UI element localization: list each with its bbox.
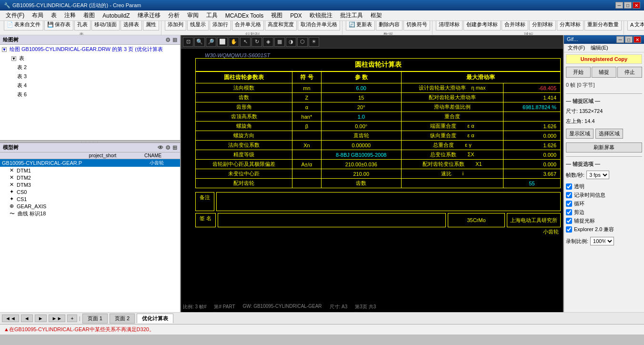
properties-button[interactable]: 属性 bbox=[143, 21, 159, 30]
line-display-button[interactable]: 线显示 bbox=[187, 21, 209, 30]
gif-stop-button[interactable]: 停止 bbox=[617, 67, 642, 78]
drawing-tree-table2[interactable]: 表 2 bbox=[0, 63, 180, 72]
drawing-tree-root[interactable]: ▼ 绘图 GB10095-CYLINDRICAL-GEAR.DRW 的第 3 页… bbox=[0, 45, 180, 54]
gif-capture-button[interactable]: 辅捉 bbox=[592, 67, 616, 78]
menu-pdx[interactable]: PDX bbox=[286, 11, 306, 20]
toggle-symbol-button[interactable]: 切换符号 bbox=[403, 21, 430, 30]
page-last-button[interactable]: ►► bbox=[49, 315, 66, 322]
menu-view[interactable]: 视图 bbox=[267, 10, 286, 20]
transparent-checkbox[interactable] bbox=[566, 183, 572, 190]
perspective-icon[interactable]: ⬡ bbox=[297, 37, 308, 47]
model-tree-item-gear[interactable]: GB10095-CYLINDRICAL-GEAR.P 小齿轮 bbox=[0, 159, 180, 167]
drawing-area[interactable]: ⊡ 🔍 🔎 ⬜ ✋ ↖ ↻ ◈ ▦ ◑ ⬡ ☀ W30-WQMQWU3-S600… bbox=[181, 35, 563, 312]
menu-autobuildz[interactable]: AutobuildZ bbox=[99, 11, 133, 20]
model-tree-dtm2[interactable]: ✕DTM2 bbox=[0, 174, 180, 181]
zoom-out-icon[interactable]: 🔎 bbox=[206, 37, 216, 47]
gif-option-cursor[interactable]: 辅捉光标 bbox=[566, 217, 642, 224]
zoom-fit-icon[interactable]: ⊡ bbox=[183, 37, 193, 47]
loop-checkbox[interactable] bbox=[566, 201, 572, 207]
gif-option-explorer[interactable]: Explorer 2.0 兼容 bbox=[566, 226, 642, 233]
menu-layout[interactable]: 布局 bbox=[28, 10, 47, 20]
page-tab-2[interactable]: 页面 2 bbox=[110, 314, 135, 324]
menu-frame[interactable]: 框架 bbox=[367, 10, 386, 20]
cursor-checkbox[interactable] bbox=[566, 218, 572, 224]
separate-balloon-button[interactable]: 分离球标 bbox=[557, 21, 584, 30]
gif-menu-edit[interactable]: 编辑(E) bbox=[588, 44, 611, 52]
menu-mcadex[interactable]: MCADEx Tools bbox=[221, 11, 267, 20]
select-icon[interactable]: ↖ bbox=[240, 37, 251, 47]
page-prev-button[interactable]: ◄ bbox=[21, 315, 33, 322]
menu-note-tool[interactable]: 批注工具 bbox=[336, 10, 367, 20]
fps-select[interactable]: 3 fps bbox=[586, 171, 609, 179]
height-width-button[interactable]: 高度和宽度 bbox=[265, 21, 297, 30]
page-next-button[interactable]: ► bbox=[35, 315, 47, 322]
menu-review[interactable]: 审阅 bbox=[183, 10, 202, 20]
menu-inherit[interactable]: 继承迁移 bbox=[134, 10, 164, 20]
rotate-icon[interactable]: ↻ bbox=[252, 37, 262, 47]
merge-cells-button[interactable]: 合并单元格 bbox=[232, 21, 264, 30]
trim-checkbox[interactable] bbox=[566, 209, 572, 215]
gif-option-loop[interactable]: 循环 bbox=[566, 200, 642, 207]
drawing-tree-expand-icon[interactable]: ⊞ bbox=[172, 37, 177, 43]
menu-table[interactable]: 表 bbox=[47, 10, 60, 20]
table-from-file-button[interactable]: 📄表来自文件 bbox=[4, 21, 43, 30]
cad-canvas[interactable]: W30-WQMQWU3-S6001ST 圆柱齿轮计算表 圆柱齿轮参数表 符 号 … bbox=[181, 49, 563, 312]
shading-icon[interactable]: ◑ bbox=[286, 37, 296, 47]
tree-expand-table[interactable]: ▼ bbox=[11, 56, 16, 61]
add-column-button[interactable]: 添加列 bbox=[165, 21, 186, 30]
model-tree-dtm3[interactable]: ✕DTM3 bbox=[0, 181, 180, 188]
merge-balloon-button[interactable]: 合并球标 bbox=[502, 21, 528, 30]
drawing-tree-table6[interactable]: 表 6 bbox=[0, 90, 180, 99]
pan-icon[interactable]: ✋ bbox=[229, 37, 239, 47]
gif-maximize-button[interactable]: □ bbox=[625, 36, 633, 43]
menu-file[interactable]: 文件(F) bbox=[2, 10, 28, 20]
page-first-button[interactable]: ◄◄ bbox=[2, 315, 19, 322]
model-tree-cs1[interactable]: ✦CS1 bbox=[0, 195, 180, 203]
drawing-tree-table[interactable]: ▼ 表 bbox=[0, 54, 180, 63]
menu-annotation[interactable]: 注释 bbox=[60, 10, 80, 20]
gif-display-area-button[interactable]: 显示区域 bbox=[566, 129, 594, 139]
select-table-button[interactable]: 选择表 bbox=[121, 21, 142, 30]
maximize-button[interactable]: □ bbox=[624, 2, 632, 9]
menu-sharp-note[interactable]: 欧锐批注 bbox=[306, 10, 336, 20]
record-ratio-select[interactable]: 100% bbox=[590, 237, 614, 245]
hidden-lines-icon[interactable]: ▦ bbox=[274, 37, 285, 47]
model-tree-curve18[interactable]: 〜曲线 标识18 bbox=[0, 210, 180, 218]
gif-option-trim[interactable]: 剪边 bbox=[566, 209, 642, 216]
hole-table-button[interactable]: 孔表 bbox=[74, 21, 91, 30]
menu-sketch[interactable]: 着图 bbox=[80, 10, 99, 20]
create-ref-balloon-button[interactable]: 创建参考球标 bbox=[463, 21, 501, 30]
redistribute-button[interactable]: 重新分布数量 bbox=[584, 21, 622, 30]
model-tree-settings-icon[interactable]: ⚙ bbox=[165, 144, 171, 151]
view3d-icon[interactable]: ◈ bbox=[263, 37, 273, 47]
page-tab-optimize[interactable]: 优化计算表 bbox=[137, 314, 173, 323]
gif-menu-file[interactable]: 文件(F) bbox=[565, 44, 588, 52]
model-tree-view-icon[interactable]: 👁 bbox=[158, 144, 163, 151]
gif-start-button[interactable]: 开始 bbox=[566, 67, 591, 78]
gif-select-area-button[interactable]: 选择区域 bbox=[595, 129, 623, 139]
page-add-button[interactable]: + bbox=[67, 315, 77, 322]
light-icon[interactable]: ☀ bbox=[309, 37, 319, 47]
update-table-button[interactable]: 🔄更新表 bbox=[346, 21, 375, 30]
drawing-tree-table4[interactable]: 表 4 bbox=[0, 81, 180, 90]
delete-content-button[interactable]: 删除内容 bbox=[376, 21, 402, 30]
gif-option-timestamp[interactable]: 记录时间信息 bbox=[566, 192, 642, 199]
page-tab-1[interactable]: 页面 1 bbox=[82, 314, 108, 324]
gif-minimize-button[interactable]: ─ bbox=[616, 36, 624, 43]
timestamp-checkbox[interactable] bbox=[566, 192, 572, 198]
model-tree-cs0[interactable]: ✦CS0 bbox=[0, 188, 180, 195]
unmerge-cells-button[interactable]: 取消合并单元格 bbox=[298, 21, 340, 30]
add-row-button[interactable]: 添加行 bbox=[210, 21, 231, 30]
model-tree-expand-icon[interactable]: ⊞ bbox=[172, 144, 177, 151]
gif-option-transparent[interactable]: 透明 bbox=[566, 183, 642, 190]
clear-balloon-button[interactable]: 清理球标 bbox=[436, 21, 463, 30]
drawing-tree-settings-icon[interactable]: ⚙ bbox=[165, 37, 171, 43]
gif-close-button[interactable]: ✕ bbox=[634, 36, 641, 43]
close-button[interactable]: ✕ bbox=[633, 2, 640, 9]
minimize-button[interactable]: ─ bbox=[615, 2, 623, 9]
drawing-tree-table3[interactable]: 表 3 bbox=[0, 72, 180, 81]
model-tree-dtm1[interactable]: ✕DTM1 bbox=[0, 167, 180, 174]
move-top-button[interactable]: 移动/顶面 bbox=[91, 21, 120, 30]
menu-analysis[interactable]: 分析 bbox=[164, 10, 183, 20]
zoom-window-icon[interactable]: ⬜ bbox=[217, 37, 228, 47]
